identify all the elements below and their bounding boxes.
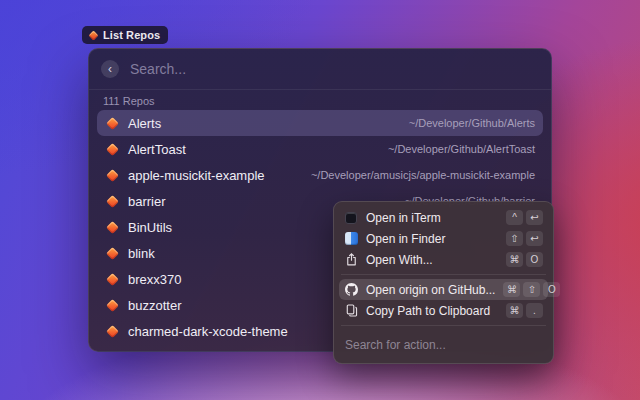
repo-name: chaseimport — [128, 350, 199, 353]
menu-divider — [341, 274, 546, 275]
iterm-app-icon — [344, 211, 358, 225]
clipboard-icon — [344, 304, 358, 318]
repo-diamond-icon — [105, 298, 119, 312]
extension-badge: List Repos — [82, 26, 168, 44]
menu-divider — [341, 325, 546, 326]
action-menu-item[interactable]: Open origin on GitHub... ⌘⇧O — [339, 279, 548, 300]
keycap: ↩ — [526, 210, 543, 225]
shortcut-keys: ^↩ — [506, 210, 543, 225]
repo-diamond-icon — [105, 220, 119, 234]
keycap: ⇧ — [523, 282, 540, 297]
keycap: ⇧ — [506, 231, 523, 246]
repo-row[interactable]: apple-musickit-example ~/Developer/amusi… — [97, 162, 543, 188]
repo-row[interactable]: Alerts ~/Developer/Github/Alerts — [97, 110, 543, 136]
repo-name: barrier — [128, 194, 166, 209]
repo-diamond-icon — [105, 142, 119, 156]
back-button[interactable]: ‹ — [101, 60, 119, 78]
repo-name: blink — [128, 246, 155, 261]
github-icon — [344, 283, 358, 297]
search-bar: ‹ Search... — [89, 49, 551, 89]
finder-app-icon — [344, 232, 358, 246]
keycap: ↩ — [526, 231, 543, 246]
keycap: ⌘ — [506, 303, 523, 318]
shortcut-keys: ⌘. — [506, 303, 543, 318]
repo-row[interactable]: AlertToast ~/Developer/Github/AlertToast — [97, 136, 543, 162]
action-label: Open With... — [366, 253, 433, 267]
repo-diamond-icon — [105, 168, 119, 182]
repo-diamond-icon — [105, 116, 119, 130]
action-label: Open in Finder — [366, 232, 445, 246]
shortcut-keys: ⇧↩ — [506, 231, 543, 246]
action-menu: Open in iTerm ^↩ Open in Finder ⇧↩ Open … — [333, 201, 554, 364]
keycap: ^ — [506, 210, 523, 225]
section-header: 111 Repos — [97, 92, 543, 110]
repo-path: ~/Developer/amusicjs/apple-musickit-exam… — [311, 169, 535, 181]
search-input[interactable]: Search... — [130, 61, 186, 77]
keycap: O — [526, 252, 543, 267]
keycap: ⌘ — [506, 252, 523, 267]
action-menu-item[interactable]: Open in iTerm ^↩ — [339, 207, 548, 228]
repo-diamond-icon — [105, 194, 119, 208]
repo-diamond-icon — [105, 272, 119, 286]
shortcut-keys: ⌘⇧O — [503, 282, 560, 297]
repo-diamond-icon — [105, 324, 119, 338]
repo-name: buzzotter — [128, 298, 181, 313]
keycap: ⌘ — [503, 282, 520, 297]
repo-name: Alerts — [128, 116, 161, 131]
chevron-left-icon: ‹ — [108, 63, 112, 75]
repo-name: BinUtils — [128, 220, 172, 235]
repo-name: charmed-dark-xcode-theme — [128, 324, 288, 339]
extension-badge-label: List Repos — [103, 29, 160, 41]
action-label: Open origin on GitHub... — [366, 283, 495, 297]
action-menu-item[interactable]: Open With... ⌘O — [339, 249, 548, 270]
repo-name: AlertToast — [128, 142, 186, 157]
repo-name: apple-musickit-example — [128, 168, 265, 183]
repo-diamond-icon — [105, 350, 119, 352]
repo-path: ~/Developer/Github/Alerts — [409, 117, 535, 129]
open-with-icon — [344, 253, 358, 267]
shortcut-keys: ⌘O — [506, 252, 543, 267]
repo-diamond-icon — [105, 246, 119, 260]
action-label: Open in iTerm — [366, 211, 441, 225]
repo-diamond-icon — [88, 30, 98, 40]
action-menu-items: Open in iTerm ^↩ Open in Finder ⇧↩ Open … — [339, 207, 548, 321]
action-menu-item[interactable]: Open in Finder ⇧↩ — [339, 228, 548, 249]
repo-name: brexx370 — [128, 272, 181, 287]
action-search-input[interactable]: Search for action... — [339, 330, 548, 358]
repo-path: ~/Developer/Github/AlertToast — [388, 143, 535, 155]
action-label: Copy Path to Clipboard — [366, 304, 490, 318]
keycap: O — [543, 282, 560, 297]
keycap: . — [526, 303, 543, 318]
action-menu-item[interactable]: Copy Path to Clipboard ⌘. — [339, 300, 548, 321]
